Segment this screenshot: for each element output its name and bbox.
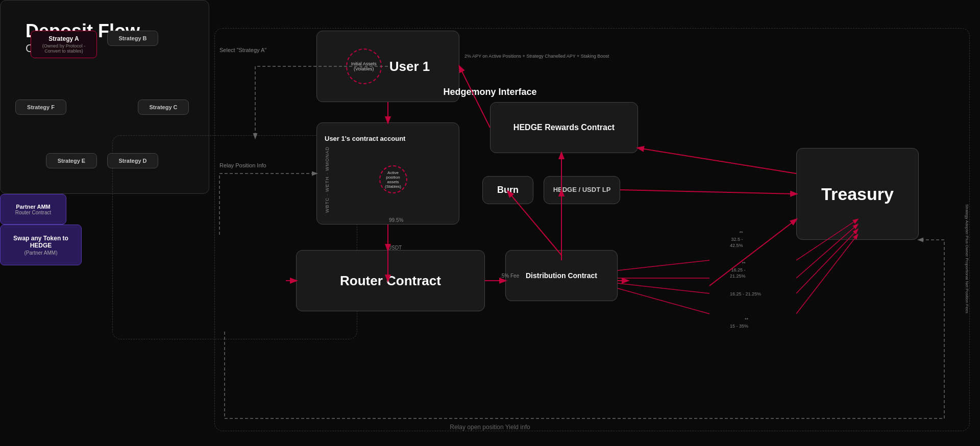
return-apy-label: 2% APY on Active Positions + Strategy Ch… [464, 54, 567, 59]
usdt-label: USDT [388, 245, 402, 251]
user1-node: Initial Assets (Volatiles) User 1 [316, 31, 459, 102]
hedgemony-title: Hedgemony Interface [443, 87, 536, 97]
pct-label-1: **32.5 -42.5% [730, 230, 743, 249]
select-strategy-label: Select "Strategy A" [219, 47, 266, 53]
strategy-e-label: Strategy E [53, 158, 90, 164]
user1-circle-label: Initial Assets (Volatiles) [347, 61, 381, 71]
relay-position-label: Relay Position Info [219, 162, 266, 168]
hedge-lp-label: HEDGE / USDT LP [553, 186, 611, 194]
distribution-contract-node: Distribution Contract [505, 250, 618, 301]
strategy-a-node: Strategy A (Owned by Protocol - Convert … [31, 31, 97, 58]
swap-node: Swap any Token to HEDGE (Partner AMM) [0, 225, 82, 265]
vertical-side-label: Strategy Adopter Plus Owner Proportional… [965, 204, 969, 313]
strategy-d-node: Strategy D [107, 153, 158, 168]
hedge-rewards-node: HEDGE Rewards Contract [490, 102, 638, 153]
user1-title: User 1 [389, 59, 430, 75]
user1-initial-assets-icon: Initial Assets (Volatiles) [346, 48, 382, 84]
router-contract-title: Router Contract [340, 273, 441, 289]
burn-label: Burn [497, 185, 519, 195]
hedge-lp-node: HEDGE / USDT LP [544, 176, 620, 204]
partner-amm-title: Partner AMM [16, 204, 50, 210]
contract-account-node: User 1's contract account WBTC · WETH · … [316, 122, 459, 225]
pct-label-4: **15 - 35% [730, 316, 748, 329]
strategy-e-node: Strategy E [46, 153, 97, 168]
strategy-b-node: Strategy B [107, 31, 158, 46]
strategy-b-label: Strategy B [114, 35, 152, 41]
partner-amm-node: Partner AMM Router Contract [0, 194, 66, 225]
partner-amm-sub: Router Contract [15, 210, 52, 215]
hedge-rewards-title: HEDGE Rewards Contract [513, 123, 615, 132]
swap-sub: (Partner AMM) [24, 250, 57, 256]
pct-99-label: 99.5% [389, 217, 403, 223]
active-position-icon: Active position assets (Stables) [379, 165, 407, 193]
strategy-d-label: Strategy D [114, 158, 152, 164]
strategy-c-label: Strategy C [144, 104, 182, 110]
vertical-assets-label: WBTC · WETH · WMONAD [325, 146, 330, 213]
strategy-f-node: Strategy F [15, 100, 66, 115]
treasury-title: Treasury [821, 184, 894, 204]
router-contract-node: Router Contract [296, 250, 485, 311]
treasury-node: Treasury [796, 148, 919, 240]
pct-label-3: 16.25 - 21.25% [730, 291, 761, 298]
strategy-a-sub: (Owned by Protocol - Convert to stables) [37, 43, 90, 54]
swap-title: Swap any Token to HEDGE [3, 235, 79, 249]
pct-label-2: **16.25 -21.25% [730, 260, 746, 280]
strategy-c-node: Strategy C [138, 100, 189, 115]
active-position-label: Active position assets (Stables) [380, 170, 406, 189]
relay-yield-label: Relay open position Yield info [450, 424, 530, 431]
fee-label: .5% Fee [500, 273, 519, 279]
burn-node: Burn [482, 176, 533, 204]
hedgemony-center: Hedgemony Interface [443, 87, 536, 97]
contract-account-title: User 1's contract account [325, 135, 451, 142]
strategy-a-label: Strategy A [37, 35, 90, 42]
distribution-title: Distribution Contract [526, 271, 597, 280]
strategy-f-label: Strategy F [22, 104, 60, 110]
